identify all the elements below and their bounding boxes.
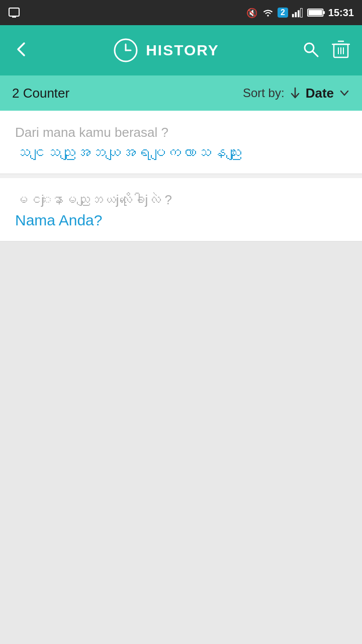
mute-icon: 🔇 <box>246 7 258 18</box>
back-button[interactable] <box>12 40 30 60</box>
status-bar: 🔇 2 15:31 <box>0 0 362 25</box>
svg-rect-8 <box>300 9 302 18</box>
app-bar: HISTORY <box>0 25 362 75</box>
counter-label: 2 Counter <box>12 86 69 101</box>
app-bar-center: HISTORY <box>113 37 219 63</box>
notification-badge: 2 <box>278 8 288 18</box>
svg-rect-0 <box>9 8 19 16</box>
svg-rect-11 <box>309 10 322 16</box>
svg-line-16 <box>313 51 318 56</box>
delete-button[interactable] <box>332 39 350 61</box>
item-translation-text: Nama Anda? <box>15 212 347 229</box>
item-source-text: Dari mana kamu berasal ? <box>15 125 347 140</box>
sort-down-arrow-icon <box>290 87 301 99</box>
trash-icon <box>332 39 350 59</box>
status-right: 🔇 2 15:31 <box>246 7 354 19</box>
search-button[interactable] <box>302 40 320 60</box>
status-left <box>8 7 20 19</box>
sort-date-label: Date <box>306 86 334 101</box>
list-item[interactable]: Dari mana kamu berasal ? သငျသညျအဘယျအရပျက… <box>0 111 362 174</box>
dropdown-arrow-icon <box>339 88 350 99</box>
app-bar-title: HISTORY <box>146 42 219 59</box>
sub-bar: 2 Counter Sort by: Date <box>0 75 362 111</box>
svg-rect-7 <box>298 10 300 17</box>
item-translation-text: သငျသညျအဘယျအရပျကလာသနညျး <box>15 144 347 162</box>
time-display: 15:31 <box>328 7 354 19</box>
search-icon <box>302 40 320 58</box>
history-clock-icon <box>113 37 139 63</box>
history-list: Dari mana kamu berasal ? သငျသညျအဘယျအရပျက… <box>0 111 362 242</box>
svg-text:🔇: 🔇 <box>246 8 258 18</box>
sort-section[interactable]: Sort by: Date <box>243 86 350 101</box>
app-bar-actions <box>302 39 350 61</box>
screenshot-icon <box>8 7 20 19</box>
signal-icon <box>291 7 304 18</box>
sort-by-label: Sort by: <box>243 86 285 100</box>
battery-icon <box>307 7 325 18</box>
svg-rect-5 <box>292 14 294 18</box>
svg-point-4 <box>267 15 268 16</box>
wifi-icon <box>261 7 275 18</box>
svg-rect-10 <box>323 11 325 14</box>
item-source-text: မငjးနာမညျဘယjလိုခေါjလဲ ? <box>15 192 347 208</box>
svg-rect-6 <box>295 12 297 17</box>
list-item[interactable]: မငjးနာမညျဘယjလိုခေါjလဲ ? Nama Anda? <box>0 178 362 242</box>
empty-area <box>0 242 362 594</box>
